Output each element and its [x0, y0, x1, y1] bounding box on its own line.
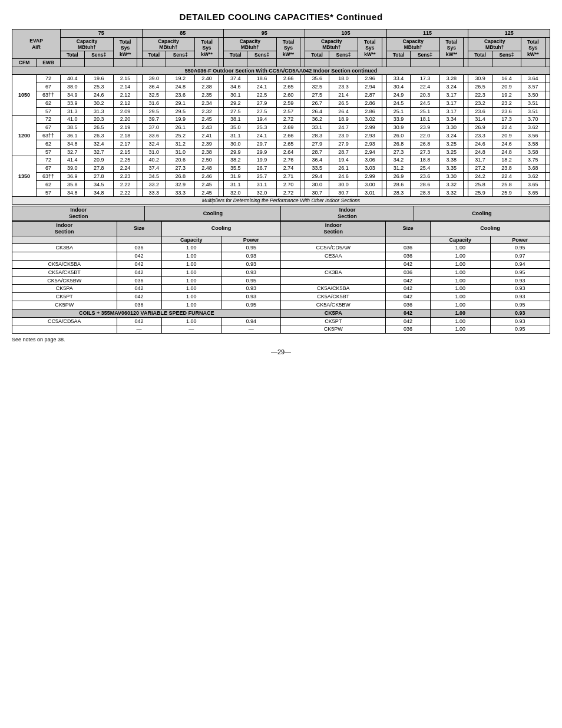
- cap85s: 19.2: [166, 75, 195, 83]
- table-row: 67 38.025.32.14 36.424.82.38 34.624.12.6…: [12, 83, 550, 91]
- ewb: 67: [37, 83, 61, 91]
- page-title: DETAILED COOLING CAPACITIES* Continued: [12, 12, 550, 22]
- cap115t: 33.4: [386, 75, 410, 83]
- table-row: 62 35.834.52.22 33.232.92.45 31.131.12.7…: [12, 180, 550, 189]
- indoor-header-left: IndoorSection: [12, 206, 145, 221]
- t75-total: [61, 59, 84, 67]
- indoor-row: CK5A/CK5BT0421.000.93 CK3BA0361.000.95: [12, 268, 550, 276]
- total95: Total: [223, 51, 247, 59]
- table-row: 67 39.027.82.24 37.427.32.48 35.526.72.7…: [12, 164, 550, 173]
- blank: [300, 75, 305, 83]
- blank: [464, 75, 468, 83]
- cap105-header: CapacityMBtuh†: [305, 37, 358, 51]
- t115-blank: [464, 59, 468, 67]
- cap95s: 18.6: [247, 75, 276, 83]
- t125-ts: [521, 59, 545, 67]
- t115-sens: [411, 59, 439, 67]
- cap125-header: CapacityMBtuh†: [468, 37, 521, 51]
- temp-95-header: 95: [223, 29, 305, 38]
- blank75: [137, 37, 142, 59]
- ts115-header: TotalSyskW**: [439, 37, 463, 59]
- t85-total: [142, 59, 166, 67]
- indoor-row: CK5A/CK5BW0361.000.95 0421.000.93: [12, 276, 550, 285]
- blank95: [300, 37, 305, 59]
- t95-ts: [276, 59, 300, 67]
- note: See notes on page 38.: [12, 337, 550, 342]
- ewb: 72: [37, 75, 61, 83]
- blank: [545, 75, 550, 83]
- indoor-row: ——— CK5PW0361.000.95: [12, 325, 550, 334]
- ts105-header: TotalSyskW**: [358, 37, 382, 59]
- section-header: 550A036-F Outdoor Section With CC5A/CD5A…: [12, 67, 550, 75]
- cfm-1050: 1050: [12, 75, 37, 116]
- power-col2: Power: [490, 236, 550, 244]
- t75-sens: [84, 59, 113, 67]
- cap75s: 19.6: [84, 75, 113, 83]
- temp-75-header: 75: [61, 29, 142, 38]
- blank: [382, 75, 386, 83]
- table-row: 67 38.526.52.19 37.026.12.43 35.025.32.6…: [12, 124, 550, 132]
- size-col2: Size: [386, 222, 431, 236]
- t115-total: [386, 59, 410, 67]
- t125-total: [468, 59, 492, 67]
- cap125t: 30.9: [468, 75, 492, 83]
- cap125s: 16.4: [492, 75, 521, 83]
- blank125: [545, 37, 550, 59]
- sens105: Sens‡: [329, 51, 358, 59]
- cap115s: 17.3: [411, 75, 439, 83]
- blank105: [382, 37, 386, 59]
- ts85: 2.40: [195, 75, 219, 83]
- indoor-row: CK3BA0361.000.95 CC5A/CD5AW0361.000.95: [12, 244, 550, 252]
- table-row: 62 33.930.22.12 31.629.12.34 29.227.92.5…: [12, 99, 550, 107]
- t85-sens: [166, 59, 195, 67]
- cooling-col2: Cooling: [431, 222, 550, 236]
- cooling-header-right: Cooling: [414, 206, 550, 221]
- page-number: —29—: [12, 348, 550, 355]
- t105-total: [305, 59, 329, 67]
- table-row: 57 32.732.72.15 31.031.02.38 29.929.92.6…: [12, 148, 550, 156]
- ts85-header: TotalSyskW**: [195, 37, 219, 59]
- t125-blank: [545, 59, 550, 67]
- cap115-header: CapacityMBtuh†: [386, 37, 439, 51]
- sens125: Sens‡: [492, 51, 521, 59]
- indoor-row: CK5PT0421.000.93 CK5A/CK5BT0421.000.93: [12, 293, 550, 301]
- total125: Total: [468, 51, 492, 59]
- ewb: 63††: [37, 91, 61, 99]
- table-row: 63†† 36.126.32.18 33.625.22.41 31.124.12…: [12, 131, 550, 140]
- indoor-row: CK5A/CK5BA0421.000.93 0421.000.94: [12, 261, 550, 269]
- ts125: 3.64: [521, 75, 545, 83]
- t105-ts: [358, 59, 382, 67]
- indoor-section-col1: IndoorSection: [12, 222, 117, 236]
- ts75-header: TotalSyskW**: [113, 37, 137, 59]
- total85: Total: [142, 51, 166, 59]
- sens85: Sens‡: [166, 51, 195, 59]
- temp-85-header: 85: [142, 29, 223, 38]
- ewb: 62: [37, 99, 61, 107]
- blank115: [464, 37, 468, 59]
- cap75-header: CapacityMBtuh†: [61, 37, 114, 51]
- multiplier-row: Multipliers for Determining the Performa…: [12, 197, 550, 205]
- ts95: 2.66: [276, 75, 300, 83]
- table-row: 63†† 34.924.62.12 32.523.62.35 30.122.52…: [12, 91, 550, 99]
- table-row: 62 34.832.42.17 32.431.22.39 30.029.72.6…: [12, 140, 550, 148]
- sens95: Sens‡: [247, 51, 276, 59]
- evap-air-header: EVAPAIR: [12, 29, 61, 59]
- blank: [137, 75, 142, 83]
- capacity-col2: Capacity: [431, 236, 490, 244]
- cooling-header-left: Cooling: [145, 206, 281, 221]
- t105-sens: [329, 59, 358, 67]
- furnace-row: COILS + 355MAV060120 VARIABLE SPEED FURN…: [12, 309, 550, 317]
- blank: [219, 75, 223, 83]
- cap75t: 40.4: [61, 75, 84, 83]
- ts125-header: TotalSyskW**: [521, 37, 545, 59]
- ts105: 2.96: [358, 75, 382, 83]
- cfm-1350: 1350: [12, 156, 37, 197]
- total75: Total: [61, 51, 84, 59]
- indoor-row: 0421.000.93 CE3AA0361.000.97: [12, 252, 550, 261]
- cap85-header: CapacityMBtuh†: [142, 37, 195, 51]
- indoor-row: CK5PA0421.000.93 CK5A/CK5BA0421.000.93: [12, 285, 550, 293]
- cap95-header: CapacityMBtuh†: [223, 37, 276, 51]
- t85-blank: [219, 59, 223, 67]
- ts95-header: TotalSyskW**: [276, 37, 300, 59]
- sens75: Sens‡: [84, 51, 113, 59]
